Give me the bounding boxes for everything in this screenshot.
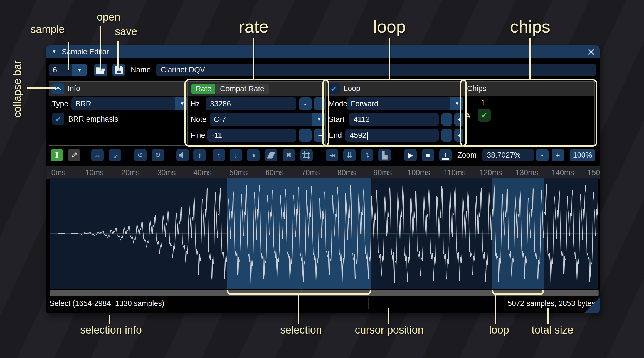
selection-info-text: Select (1654-2984: 1330 samples) — [50, 297, 164, 310]
check-icon: ✔ — [55, 115, 61, 124]
save-icon — [115, 66, 123, 74]
ruler-tick: 130ms — [515, 168, 538, 177]
zoom-in-button[interactable]: + — [552, 149, 564, 161]
annotation-box-chips — [460, 79, 597, 147]
redo-button[interactable]: ↻ — [152, 149, 164, 161]
window-titlebar[interactable]: ▼ Sample Editor × — [46, 45, 600, 58]
time-ruler[interactable]: 0ms10ms20ms30ms40ms50ms60ms70ms80ms90ms1… — [46, 166, 600, 179]
status-divider — [368, 298, 369, 309]
chevron-down-icon[interactable]: ▼ — [72, 64, 87, 76]
eraser-icon — [267, 152, 275, 159]
annotation-cursor-position: cursor position — [355, 324, 423, 336]
annotation-save: save — [115, 26, 137, 38]
annotation-loop: loop — [373, 17, 406, 36]
type-label: Type — [52, 97, 68, 110]
ruler-tick: 80ms — [337, 168, 356, 177]
zoom-reset-button[interactable]: 100% — [570, 149, 595, 161]
info-panel-header: Info — [49, 82, 192, 96]
ruler-tick: 120ms — [479, 168, 502, 177]
collapse-bar-button[interactable] — [51, 83, 64, 94]
close-icon[interactable]: × — [587, 45, 595, 59]
zoom-out-button[interactable]: - — [536, 149, 549, 161]
delete-button[interactable]: ✖ — [283, 149, 295, 161]
half-circle-icon: ◑ — [251, 151, 256, 160]
draw-mode-button[interactable]: ✎ — [68, 149, 80, 161]
ruler-tick: 20ms — [121, 168, 140, 177]
play-button[interactable]: ▶ — [404, 149, 417, 161]
fade-in-button[interactable]: ↑ — [213, 149, 225, 161]
annotation-box-loop — [322, 79, 467, 147]
annotation-selection: selection — [280, 324, 322, 336]
downsample-button[interactable]: ⇊ — [343, 149, 356, 161]
fade-out-button[interactable]: ↓ — [230, 149, 242, 161]
annotation-line-cursor-position — [388, 308, 389, 324]
resize-horizontal-icon: ↔ — [94, 151, 101, 160]
ruler-tick: 50ms — [229, 168, 248, 177]
annotation-line-collapse-bar — [27, 87, 56, 89]
annotation-line-total-size — [547, 308, 549, 324]
stop-button[interactable]: ■ — [422, 149, 434, 161]
edit-mode-button[interactable]: I — [51, 149, 63, 161]
zero-axis-line — [50, 233, 598, 234]
vertical-arrows-icon: ↕ — [198, 151, 201, 160]
annotation-loop-marker: loop — [489, 324, 509, 336]
arrow-down-icon: ↓ — [234, 151, 238, 160]
pencil-icon: ✎ — [71, 151, 77, 160]
x-icon: ✖ — [286, 151, 292, 160]
invert-button[interactable]: ◑ — [247, 149, 260, 161]
reverse-button[interactable]: ◀◀ — [326, 149, 338, 161]
zoom-input[interactable]: 38.7027% — [482, 149, 534, 161]
create-wavetable-button[interactable]: ▙ — [378, 149, 391, 161]
redo-icon: ↻ — [155, 151, 161, 160]
ruler-tick: 30ms — [157, 168, 176, 177]
play-icon: ▶ — [408, 151, 413, 160]
stop-icon: ■ — [426, 151, 430, 159]
save-sample-button[interactable] — [112, 64, 125, 76]
name-value: Clarinet DQV — [161, 64, 205, 76]
brr-emphasis-checkbox[interactable]: ✔ — [52, 113, 64, 125]
normalize-button[interactable]: ↕ — [193, 149, 206, 161]
type-select[interactable]: BRR ▼ — [71, 97, 189, 110]
window-collapse-icon[interactable]: ▼ — [52, 49, 56, 55]
annotation-open: open — [97, 11, 120, 23]
annotation-box-rate — [184, 79, 329, 147]
annotation-sample: sample — [31, 23, 65, 35]
arrow-up-icon: ↑ — [217, 151, 221, 160]
ruler-tick: 10ms — [85, 168, 103, 177]
annotation-line-selection — [298, 295, 299, 324]
ruler-tick: 60ms — [265, 168, 284, 177]
status-divider — [502, 298, 502, 309]
annotation-collapse-bar: collapse bar — [11, 54, 23, 124]
undo-button[interactable]: ↺ — [134, 149, 147, 161]
waveform-view[interactable] — [50, 178, 598, 289]
resize-button[interactable]: ↔ — [91, 149, 104, 161]
annotation-line-loop-marker — [495, 295, 496, 324]
dropdown-arrow-glyph: ▼ — [180, 101, 185, 107]
sample-number-value: 6 — [53, 64, 57, 76]
edit-cursor-icon: I — [55, 151, 59, 160]
ruler-tick: 110ms — [444, 168, 466, 177]
ruler-tick: 100ms — [407, 168, 430, 177]
desktop-background: ▼ Sample Editor × 6 ▼ Name Clarinet DQV … — [0, 0, 644, 358]
trim-button[interactable] — [300, 149, 313, 161]
resample-button[interactable]: ↔ — [109, 149, 121, 161]
ruler-tick: 90ms — [373, 168, 392, 177]
upload-button[interactable]: ↑ — [439, 149, 452, 161]
amplify-button[interactable] — [176, 149, 189, 161]
zoom-value: 38.7027% — [487, 149, 521, 161]
annotation-selection-info: selection info — [80, 324, 142, 336]
annotation-line-save — [117, 41, 119, 70]
type-value: BRR — [75, 97, 91, 110]
crop-icon — [302, 151, 311, 160]
selection-bracket — [227, 290, 371, 295]
ruler-tick: 150ms — [588, 168, 600, 177]
ruler-tick: 140ms — [551, 168, 574, 177]
insert-silence-button[interactable]: ↴ — [361, 149, 373, 161]
info-panel-title: Info — [68, 84, 80, 93]
annotation-chips: chips — [510, 17, 551, 36]
annotation-line-sample — [68, 42, 69, 70]
wavetable-icon: ▙ — [382, 151, 388, 160]
info-panel: Info Type BRR ▼ ✔ BRR emphasis — [49, 81, 193, 146]
silence-button[interactable] — [265, 149, 277, 161]
loop-bracket — [492, 290, 544, 295]
